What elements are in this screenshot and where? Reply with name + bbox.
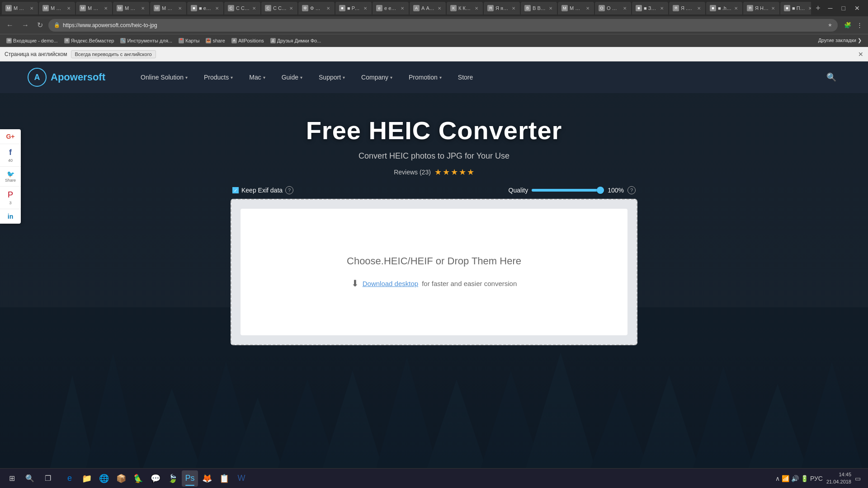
browser-tab-0[interactable]: M М Мут... ✕ xyxy=(2,2,38,14)
tab-close-icon[interactable]: ✕ xyxy=(326,5,331,12)
nav-link-products[interactable]: Products ▾ xyxy=(196,61,241,93)
browser-tab-5[interactable]: ■ ■ ePC... ✕ xyxy=(187,2,223,14)
tab-close-icon[interactable]: ✕ xyxy=(548,5,553,12)
tab-close-icon[interactable]: ✕ xyxy=(437,5,442,12)
extensions-icon[interactable]: 🧩 xyxy=(842,21,853,29)
forward-button[interactable]: → xyxy=(19,19,32,31)
quality-help-icon[interactable]: ? xyxy=(627,186,636,194)
bookmark-5[interactable]: А AllPositions xyxy=(229,37,267,44)
tab-close-icon[interactable]: ✕ xyxy=(733,5,739,12)
taskbar-app-app2[interactable]: 🦜 xyxy=(130,470,146,487)
taskbar-app-explorer[interactable]: 📁 xyxy=(79,470,95,487)
browser-tab-12[interactable]: К К Клю... ✕ xyxy=(447,2,483,14)
bookmark-2[interactable]: 🔧 Инструменты для... xyxy=(118,37,175,44)
nav-link-guide[interactable]: Guide ▾ xyxy=(274,61,311,93)
start-button[interactable]: ⊞ xyxy=(4,470,20,487)
tab-close-icon[interactable]: ✕ xyxy=(66,5,71,12)
tab-close-icon[interactable]: ✕ xyxy=(177,5,183,12)
nav-link-support[interactable]: Support ▾ xyxy=(311,61,353,93)
browser-tab-13[interactable]: Я Я яеб... ✕ xyxy=(484,2,520,14)
taskbar-app-edge[interactable]: 🌐 xyxy=(96,470,112,487)
browser-tab-21[interactable]: ■ ■ Пре... ✕ xyxy=(780,2,811,14)
browser-tab-17[interactable]: ■ ■ Зар... ✕ xyxy=(632,2,668,14)
taskbar-app-app1[interactable]: 📦 xyxy=(113,470,129,487)
search-button[interactable]: 🔍 xyxy=(822,72,841,82)
google-plus-button[interactable]: G+ xyxy=(0,129,21,144)
taskbar-app-photoshop[interactable]: Ps xyxy=(182,470,198,487)
tab-close-icon[interactable]: ✕ xyxy=(363,5,368,12)
facebook-button[interactable]: f 40 xyxy=(0,144,21,167)
tab-close-icon[interactable]: ✕ xyxy=(288,5,294,12)
tab-close-icon[interactable]: ✕ xyxy=(622,5,627,12)
converter-box[interactable]: Choose.HEIC/HEIF or Drop Them Here ⬇ Dow… xyxy=(231,199,637,345)
restore-button[interactable]: □ xyxy=(839,4,848,13)
exif-checkbox[interactable]: ✓ xyxy=(232,187,239,193)
tab-close-icon[interactable]: ✕ xyxy=(214,5,220,12)
browser-tab-1[interactable]: M М Мут... ✕ xyxy=(39,2,75,14)
browser-tab-20[interactable]: Я Я HEIC ✕ xyxy=(743,2,779,14)
nav-link-company[interactable]: Company ▾ xyxy=(353,61,401,93)
nav-link-store[interactable]: Store xyxy=(450,61,481,93)
browser-tab-3[interactable]: M М Мут... ✕ xyxy=(113,2,149,14)
bookmark-1[interactable]: Я Яндекс.Вебмастер xyxy=(61,37,117,44)
browser-tab-6[interactable]: С С Сов... ✕ xyxy=(224,2,260,14)
browser-tab-15[interactable]: М М Веб... ✕ xyxy=(558,2,594,14)
translation-close-button[interactable]: ✕ xyxy=(858,51,863,58)
tab-close-icon[interactable]: ✕ xyxy=(400,5,405,12)
tab-close-icon[interactable]: ✕ xyxy=(474,5,479,12)
new-tab-button[interactable]: + xyxy=(812,2,825,14)
task-view-button[interactable]: ❐ xyxy=(40,470,56,487)
browser-tab-18[interactable]: Я Я .heic ✕ xyxy=(669,2,705,14)
drop-zone[interactable]: Choose.HEIC/HEIF or Drop Them Here ⬇ Dow… xyxy=(241,209,627,335)
search-taskbar-button[interactable]: 🔍 xyxy=(22,470,38,487)
browser-tab-7[interactable]: С С Сч... ✕ xyxy=(261,2,297,14)
taskbar-app-skype[interactable]: 💬 xyxy=(147,470,164,487)
other-bookmarks[interactable]: Другие закладки ❯ xyxy=(816,37,864,44)
minimize-button[interactable]: ─ xyxy=(826,4,835,13)
quality-slider[interactable] xyxy=(532,189,604,192)
tray-network[interactable]: 📶 xyxy=(782,475,789,482)
reload-button[interactable]: ↻ xyxy=(34,19,46,31)
browser-tab-10[interactable]: e e eTX... ✕ xyxy=(373,2,409,14)
bookmark-0[interactable]: ✉ Входящие - demo... xyxy=(4,37,61,44)
exif-help-icon[interactable]: ? xyxy=(285,186,293,194)
twitter-button[interactable]: 🐦 Share xyxy=(0,167,21,187)
browser-tab-2[interactable]: M М Мут... ✕ xyxy=(76,2,112,14)
tray-ime[interactable]: РУС xyxy=(810,475,823,482)
tab-close-icon[interactable]: ✕ xyxy=(585,5,590,12)
tab-close-icon[interactable]: ✕ xyxy=(103,5,108,12)
tray-expand[interactable]: ∧ xyxy=(775,475,780,482)
browser-tab-9[interactable]: ■ ■ Ред... ✕ xyxy=(335,2,372,14)
browser-tab-8[interactable]: Ф Ф Фор... ✕ xyxy=(298,2,335,14)
browser-tab-11[interactable]: А А Ана... ✕ xyxy=(410,2,446,14)
address-bar[interactable]: 🔒 https://www.apowersoft.com/heic-to-jpg… xyxy=(48,19,838,32)
tab-close-icon[interactable]: ✕ xyxy=(770,5,776,12)
tab-close-icon[interactable]: ✕ xyxy=(140,5,146,12)
taskbar-app-ie[interactable]: e xyxy=(61,470,78,487)
browser-tab-16[interactable]: О О Отв... ✕ xyxy=(595,2,631,14)
menu-icon[interactable]: ⋮ xyxy=(855,21,864,29)
translate-button[interactable]: Всегда переводить с английского xyxy=(71,50,156,58)
taskbar-app-app4[interactable]: 📋 xyxy=(216,470,232,487)
bookmark-4[interactable]: 📤 share xyxy=(203,37,228,44)
tab-close-icon[interactable]: ✕ xyxy=(251,5,257,12)
bookmark-3[interactable]: 📍 Карты xyxy=(176,37,202,44)
taskbar-clock[interactable]: 14:45 21.04.2018 xyxy=(826,471,851,485)
tray-battery[interactable]: 🔋 xyxy=(801,475,808,482)
bookmark-6[interactable]: Д Друзья Димки Фо... xyxy=(268,37,324,44)
show-desktop-button[interactable]: ▭ xyxy=(855,475,861,482)
browser-tab-19[interactable]: ■ ■ .heic ✕ xyxy=(706,2,742,14)
logo[interactable]: A Apowersoft xyxy=(27,67,105,87)
tab-close-icon[interactable]: ✕ xyxy=(29,5,34,12)
tray-volume[interactable]: 🔊 xyxy=(791,475,799,482)
browser-tab-14[interactable]: В В Веб... ✕ xyxy=(521,2,557,14)
tab-close-icon[interactable]: ✕ xyxy=(696,5,702,12)
download-desktop-link[interactable]: Download desktop xyxy=(363,280,418,287)
tab-close-icon[interactable]: ✕ xyxy=(659,5,665,12)
taskbar-app-app3[interactable]: 🍃 xyxy=(165,470,181,487)
back-button[interactable]: ← xyxy=(4,19,16,31)
close-window-button[interactable]: ✕ xyxy=(852,4,863,13)
tab-close-icon[interactable]: ✕ xyxy=(807,5,811,12)
tab-close-icon[interactable]: ✕ xyxy=(511,5,516,12)
linkedin-button[interactable]: in xyxy=(0,209,21,224)
